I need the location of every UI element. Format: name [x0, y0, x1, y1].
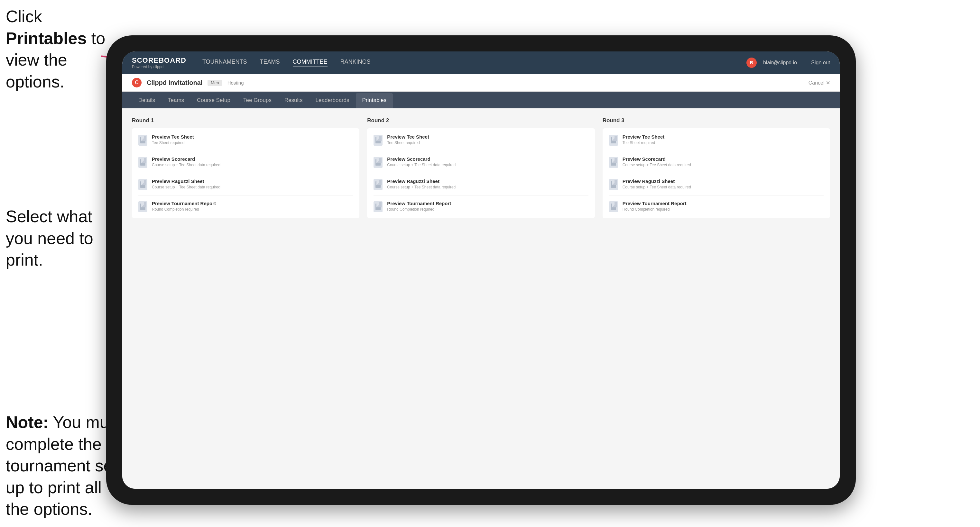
r3-scorecard[interactable]: Preview Scorecard Course setup + Tee She… — [609, 156, 824, 168]
r1-scorecard[interactable]: Preview Scorecard Course setup + Tee She… — [138, 156, 353, 168]
r1-scorecard-icon — [138, 157, 147, 168]
tab-printables[interactable]: Printables — [356, 93, 393, 108]
r1-scorecard-text: Preview Scorecard Course setup + Tee She… — [152, 156, 220, 167]
tab-teams[interactable]: Teams — [162, 93, 191, 108]
r3-tee-sheet-icon — [609, 135, 618, 146]
cancel-button[interactable]: Cancel ✕ — [808, 80, 830, 86]
r3-tee-sheet-subtitle: Tee Sheet required — [622, 141, 665, 145]
sign-out-link[interactable]: Sign out — [811, 60, 830, 66]
top-nav: SCOREBOARD Powered by clippd TOURNAMENTS… — [122, 51, 840, 74]
r3-report-title: Preview Tournament Report — [622, 201, 687, 206]
r1-report-subtitle: Round Completion required — [152, 207, 216, 211]
app-container: SCOREBOARD Powered by clippd TOURNAMENTS… — [122, 51, 840, 489]
divider — [374, 195, 588, 195]
r2-scorecard-text: Preview Scorecard Course setup + Tee She… — [387, 156, 456, 167]
tournament-header: C Clippd Invitational Men Hosting Cancel… — [122, 74, 840, 92]
r3-scorecard-icon — [609, 157, 618, 168]
r1-scorecard-title: Preview Scorecard — [152, 156, 220, 162]
r2-report-text: Preview Tournament Report Round Completi… — [387, 201, 451, 211]
r1-raguzzi-text: Preview Raguzzi Sheet Course setup + Tee… — [152, 178, 220, 189]
r3-tee-sheet-text: Preview Tee Sheet Tee Sheet required — [622, 134, 665, 145]
r3-report-text: Preview Tournament Report Round Completi… — [622, 201, 687, 211]
r2-tee-sheet-text: Preview Tee Sheet Tee Sheet required — [387, 134, 429, 145]
round-2-card: Preview Tee Sheet Tee Sheet required Pre… — [367, 128, 595, 218]
round-3-card: Preview Tee Sheet Tee Sheet required Pre… — [603, 128, 830, 218]
note-bold: Note: — [6, 413, 49, 432]
main-content: Round 1 Preview Tee Sheet Tee Sheet requ… — [122, 108, 840, 489]
tournament-left: C Clippd Invitational Men Hosting — [132, 78, 244, 87]
top-nav-links: TOURNAMENTS TEAMS COMMITTEE RANKINGS — [202, 59, 746, 67]
r1-report-icon — [138, 201, 147, 212]
r3-scorecard-subtitle: Course setup + Tee Sheet data required — [622, 163, 691, 167]
tab-results[interactable]: Results — [278, 93, 309, 108]
tab-details[interactable]: Details — [132, 93, 162, 108]
tab-course-setup[interactable]: Course Setup — [191, 93, 237, 108]
r2-raguzzi-icon — [374, 179, 383, 190]
r2-report-title: Preview Tournament Report — [387, 201, 451, 206]
r1-tee-sheet-title: Preview Tee Sheet — [152, 134, 194, 140]
nav-link-teams[interactable]: TEAMS — [260, 59, 280, 67]
r2-scorecard-title: Preview Scorecard — [387, 156, 456, 162]
r3-scorecard-title: Preview Scorecard — [622, 156, 691, 162]
r3-raguzzi-subtitle: Course setup + Tee Sheet data required — [622, 185, 691, 189]
r3-report-icon — [609, 201, 618, 212]
r1-raguzzi-subtitle: Course setup + Tee Sheet data required — [152, 185, 220, 189]
round-3-title: Round 3 — [603, 117, 830, 124]
r2-report-icon — [374, 201, 383, 212]
r3-tee-sheet[interactable]: Preview Tee Sheet Tee Sheet required — [609, 134, 824, 146]
hosting-badge: Hosting — [228, 80, 244, 86]
r3-raguzzi-text: Preview Raguzzi Sheet Course setup + Tee… — [622, 178, 691, 189]
printables-bold: Printables — [6, 29, 86, 48]
divider — [609, 195, 824, 195]
user-email: blair@clippd.io — [763, 60, 797, 66]
r2-scorecard-icon — [374, 157, 383, 168]
tournament-name: Clippd Invitational — [147, 79, 202, 86]
user-avatar: B — [746, 57, 757, 68]
r1-raguzzi-icon — [138, 179, 147, 190]
brand-sub: Powered by clippd — [132, 65, 186, 69]
tab-tee-groups[interactable]: Tee Groups — [237, 93, 278, 108]
r2-raguzzi-title: Preview Raguzzi Sheet — [387, 178, 456, 184]
r1-tee-sheet[interactable]: Preview Tee Sheet Tee Sheet required — [138, 134, 353, 146]
r2-raguzzi[interactable]: Preview Raguzzi Sheet Course setup + Tee… — [374, 178, 588, 190]
r2-tournament-report[interactable]: Preview Tournament Report Round Completi… — [374, 201, 588, 212]
round-1-card: Preview Tee Sheet Tee Sheet required Pre… — [132, 128, 360, 218]
r3-report-subtitle: Round Completion required — [622, 207, 687, 211]
divider — [138, 173, 353, 173]
r1-tee-sheet-icon — [138, 135, 147, 146]
nav-link-tournaments[interactable]: TOURNAMENTS — [202, 59, 247, 67]
r3-scorecard-text: Preview Scorecard Course setup + Tee She… — [622, 156, 691, 167]
r1-raguzzi[interactable]: Preview Raguzzi Sheet Course setup + Tee… — [138, 178, 353, 190]
round-1-column: Round 1 Preview Tee Sheet Tee Sheet requ… — [132, 117, 360, 218]
top-nav-right: B blair@clippd.io | Sign out — [746, 57, 830, 68]
r1-tee-sheet-text: Preview Tee Sheet Tee Sheet required — [152, 134, 194, 145]
r1-tournament-report[interactable]: Preview Tournament Report Round Completi… — [138, 201, 353, 212]
r3-tournament-report[interactable]: Preview Tournament Report Round Completi… — [609, 201, 824, 212]
r1-tee-sheet-subtitle: Tee Sheet required — [152, 141, 194, 145]
r3-raguzzi-icon — [609, 179, 618, 190]
tab-leaderboards[interactable]: Leaderboards — [309, 93, 356, 108]
rounds-grid: Round 1 Preview Tee Sheet Tee Sheet requ… — [132, 117, 830, 218]
r1-raguzzi-title: Preview Raguzzi Sheet — [152, 178, 220, 184]
round-1-title: Round 1 — [132, 117, 360, 124]
brand: SCOREBOARD Powered by clippd — [132, 56, 186, 69]
sub-nav: Details Teams Course Setup Tee Groups Re… — [122, 92, 840, 108]
nav-link-committee[interactable]: COMMITTEE — [293, 59, 328, 67]
r2-raguzzi-subtitle: Course setup + Tee Sheet data required — [387, 185, 456, 189]
tournament-badge: Men — [207, 80, 222, 86]
tablet-screen: SCOREBOARD Powered by clippd TOURNAMENTS… — [122, 51, 840, 489]
r2-tee-sheet-subtitle: Tee Sheet required — [387, 141, 429, 145]
r3-raguzzi[interactable]: Preview Raguzzi Sheet Course setup + Tee… — [609, 178, 824, 190]
r2-tee-sheet[interactable]: Preview Tee Sheet Tee Sheet required — [374, 134, 588, 146]
round-2-column: Round 2 Preview Tee Sheet Tee Sheet requ… — [367, 117, 595, 218]
divider — [374, 173, 588, 173]
round-3-column: Round 3 Preview Tee Sheet Tee Sheet requ… — [603, 117, 830, 218]
r1-report-title: Preview Tournament Report — [152, 201, 216, 206]
r2-raguzzi-text: Preview Raguzzi Sheet Course setup + Tee… — [387, 178, 456, 189]
instruction-middle: Select what you need to print. — [6, 206, 109, 271]
r3-tee-sheet-title: Preview Tee Sheet — [622, 134, 665, 140]
r2-report-subtitle: Round Completion required — [387, 207, 451, 211]
nav-link-rankings[interactable]: RANKINGS — [340, 59, 371, 67]
tournament-logo: C — [132, 78, 142, 87]
r2-scorecard[interactable]: Preview Scorecard Course setup + Tee She… — [374, 156, 588, 168]
